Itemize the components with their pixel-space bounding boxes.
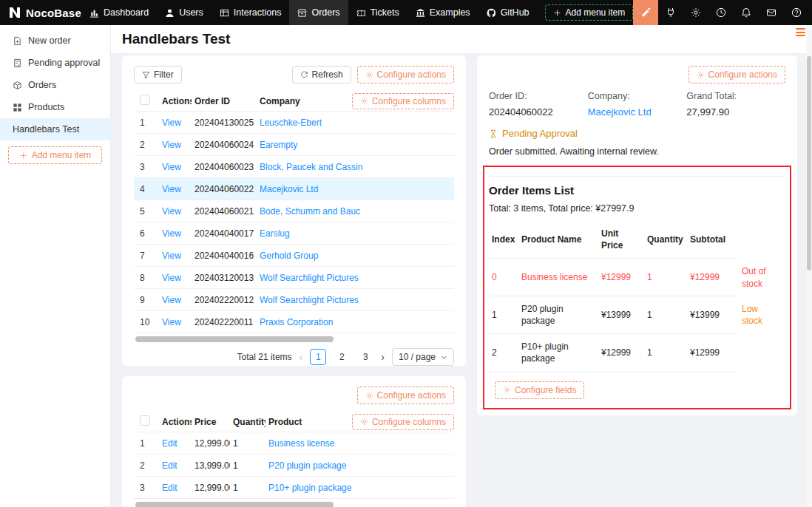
table-row[interactable]: 2 View 202404060024 Earempty — [134, 134, 454, 156]
company-link[interactable]: Macejkovic Ltd — [260, 184, 318, 194]
history-button[interactable] — [708, 0, 734, 25]
configure-actions-button[interactable]: Configure actions — [357, 66, 454, 84]
sidebar-item-handlebars-test[interactable]: Handlebars Test — [0, 118, 110, 140]
view-link[interactable]: View — [162, 206, 181, 217]
nav-item-orders[interactable]: Orders — [289, 0, 348, 25]
company-link[interactable]: Bode, Schumm and Bauc — [260, 206, 360, 217]
product-link[interactable]: Business license — [268, 438, 334, 449]
view-link[interactable]: View — [162, 140, 181, 150]
view-link[interactable]: View — [162, 273, 181, 283]
company-link[interactable]: Earslug — [260, 228, 290, 239]
configure-columns-button[interactable]: Configure columns — [352, 93, 454, 109]
company-link[interactable]: Leuschke-Ebert — [260, 118, 322, 128]
refresh-button[interactable]: Refresh — [292, 66, 351, 84]
sidebar-item-new-order[interactable]: New order — [0, 30, 110, 52]
page-number-2[interactable]: 2 — [334, 349, 350, 365]
select-all-checkbox[interactable] — [140, 95, 150, 105]
view-link[interactable]: View — [162, 228, 181, 239]
sidebar-item-pending-approval[interactable]: Pending approval — [0, 52, 110, 74]
messages-button[interactable] — [759, 0, 784, 25]
table-row[interactable]: 8 View 202403120013 Wolf Searchlight Pic… — [134, 267, 454, 289]
nav-item-github[interactable]: GitHub — [478, 0, 538, 25]
filter-button[interactable]: Filter — [134, 66, 182, 84]
table-row[interactable]: 6 View 202404040017 Earslug — [134, 222, 454, 245]
settings-button[interactable] — [683, 0, 708, 25]
scrollbar-thumb[interactable] — [135, 502, 334, 507]
window-scrollbar[interactable] — [806, 25, 812, 507]
company-link[interactable]: Earempty — [260, 140, 297, 150]
item-product-name: P20 plugin package — [518, 296, 598, 333]
table-row[interactable]: 1 Edit 12,999.00 1 Business license — [134, 432, 454, 455]
item-index: 1 — [489, 302, 518, 327]
scrollbar-thumb[interactable] — [135, 336, 334, 342]
configure-actions-button[interactable]: Configure actions — [688, 66, 785, 84]
edit-link[interactable]: Edit — [162, 460, 177, 471]
edit-link[interactable]: Edit — [162, 438, 177, 449]
nav-item-interactions[interactable]: Interactions — [212, 0, 290, 25]
table-row[interactable]: 1 View 202404130025 Leuschke-Ebert — [134, 112, 454, 134]
nav-item-examples[interactable]: Examples — [407, 0, 478, 25]
company-link[interactable]: Wolf Searchlight Pictures — [260, 273, 359, 283]
company-link[interactable]: Praxis Corporation — [260, 317, 333, 327]
table-row[interactable]: 10 View 202402220011 Praxis Corporation — [134, 311, 454, 333]
user-menu-button[interactable] — [809, 0, 812, 25]
edit-link[interactable]: Edit — [162, 483, 177, 493]
plugin-manager-button[interactable] — [658, 0, 683, 25]
prev-page-button[interactable]: ‹ — [300, 351, 303, 363]
bar-chart-icon — [89, 8, 99, 18]
add-menu-item-button-sidebar[interactable]: Add menu item — [8, 146, 102, 164]
table-row[interactable]: 3 View 202404060023 Block, Paucek and Ca… — [134, 156, 454, 178]
page-number-1[interactable]: 1 — [310, 349, 326, 365]
row-index: 8 — [134, 273, 159, 283]
orders-table-block: Filter Refresh Configure actions Actions… — [122, 55, 466, 366]
row-index: 1 — [134, 118, 159, 128]
horizontal-scrollbar[interactable] — [134, 502, 454, 507]
orange-menu-icon[interactable] — [796, 28, 805, 36]
select-all-checkbox[interactable] — [140, 415, 150, 426]
page-title: Handlebars Test — [122, 31, 230, 47]
table-row-selected[interactable]: 4 View 202404060022 Macejkovic Ltd — [134, 178, 454, 200]
view-link[interactable]: View — [162, 317, 181, 327]
view-link[interactable]: View — [162, 184, 181, 194]
horizontal-scrollbar[interactable] — [134, 336, 454, 342]
next-page-button[interactable]: › — [381, 351, 385, 363]
gear-icon — [365, 71, 373, 79]
table-row[interactable]: 5 View 202404060021 Bode, Schumm and Bau… — [134, 200, 454, 222]
page-number-3[interactable]: 3 — [357, 349, 373, 365]
product-link[interactable]: P20 plugin package — [268, 460, 346, 471]
view-link[interactable]: View — [162, 295, 181, 305]
nav-item-dashboard[interactable]: Dashboard — [81, 0, 157, 25]
configure-columns-button[interactable]: Configure columns — [352, 414, 454, 430]
view-link[interactable]: View — [162, 162, 181, 172]
table-row[interactable]: 7 View 202404040016 Gerhold Group — [134, 245, 454, 267]
table-row[interactable]: 9 View 202402220012 Wolf Searchlight Pic… — [134, 289, 454, 311]
sidebar-item-products[interactable]: Products — [0, 96, 110, 118]
company-link[interactable]: Macejkovic Ltd — [588, 106, 681, 118]
pagination: Total 21 items ‹ 1 2 3 › 10 / page — [134, 348, 454, 366]
sidebar-item-orders[interactable]: Orders — [0, 74, 110, 96]
page-size-select[interactable]: 10 / page — [392, 348, 454, 366]
order-items-title: Order Items List — [489, 184, 785, 197]
nav-item-users[interactable]: Users — [157, 0, 212, 25]
add-menu-item-button-top[interactable]: Add menu item — [545, 4, 634, 21]
order-id-cell: 202404040017 — [192, 228, 257, 239]
company-link[interactable]: Wolf Searchlight Pictures — [260, 295, 359, 305]
company-link[interactable]: Block, Paucek and Cassin — [260, 162, 362, 172]
nav-item-tickets[interactable]: Tickets — [348, 0, 407, 25]
price-cell: 12,999.00 — [192, 438, 230, 449]
table-row[interactable]: 3 Edit 12,999.00 1 P10+ plugin package — [134, 477, 454, 499]
nocobase-logo[interactable]: NocoBase — [0, 0, 81, 25]
company-link[interactable]: Gerhold Group — [260, 251, 318, 261]
configure-fields-button[interactable]: Configure fields — [495, 381, 584, 399]
scrollbar-thumb[interactable] — [807, 56, 811, 270]
help-button[interactable] — [784, 0, 809, 25]
ui-editor-button[interactable] — [633, 0, 658, 25]
notifications-button[interactable] — [734, 0, 759, 25]
product-link[interactable]: P10+ plugin package — [268, 483, 351, 493]
row-index: 5 — [134, 206, 159, 217]
view-link[interactable]: View — [162, 251, 181, 261]
configure-actions-button[interactable]: Configure actions — [357, 387, 454, 404]
view-link[interactable]: View — [162, 118, 181, 128]
table-row[interactable]: 2 Edit 13,999.00 1 P20 plugin package — [134, 455, 454, 477]
item-product-name: Business license — [518, 265, 598, 290]
